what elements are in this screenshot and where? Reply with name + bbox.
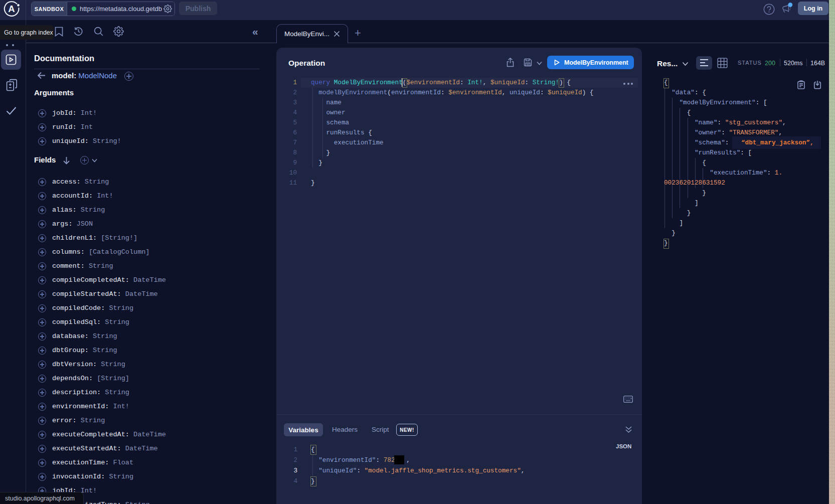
svg-text:A: A (8, 4, 15, 14)
